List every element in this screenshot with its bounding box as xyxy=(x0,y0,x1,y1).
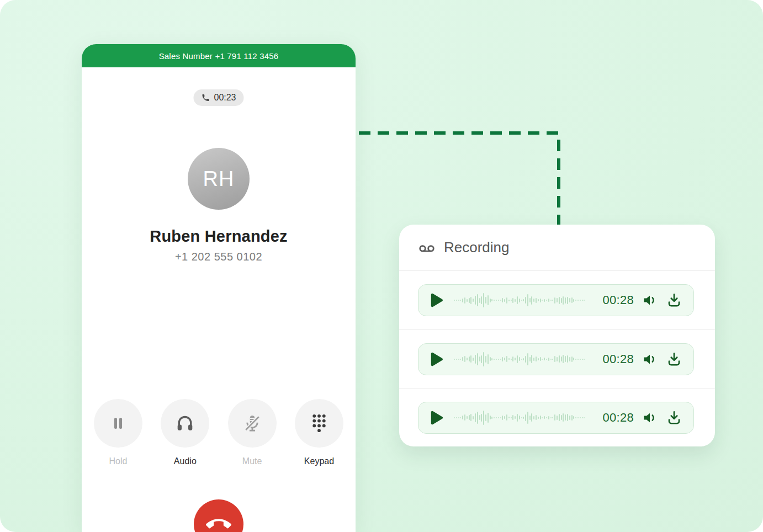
audio-button-circle[interactable] xyxy=(161,399,209,448)
contact-name: Ruben Hernandez xyxy=(82,227,356,246)
keypad-label: Keypad xyxy=(304,456,334,466)
recording-row: 00:28 xyxy=(399,329,715,388)
pause-icon xyxy=(109,414,128,433)
mute-button-circle[interactable] xyxy=(228,399,277,448)
phone-mockup: Sales Number +1 791 112 3456 00:23 RH Ru… xyxy=(82,44,356,532)
mute-label: Mute xyxy=(242,456,262,466)
hold-button-circle[interactable] xyxy=(94,399,142,448)
contact-number: +1 202 555 0102 xyxy=(82,251,356,263)
call-actions-row: Hold Audio xyxy=(82,399,356,466)
keypad-button-circle[interactable] xyxy=(295,399,343,448)
speaker-icon xyxy=(642,409,658,426)
hold-label: Hold xyxy=(109,456,128,466)
speaker-button[interactable] xyxy=(642,292,658,308)
play-button[interactable] xyxy=(426,349,446,369)
recording-duration: 00:28 xyxy=(602,411,634,425)
keypad-icon xyxy=(309,413,329,434)
play-button[interactable] xyxy=(426,290,446,310)
waveform[interactable] xyxy=(454,409,595,426)
mic-off-icon xyxy=(242,413,263,434)
audio-label: Audio xyxy=(174,456,197,466)
download-button[interactable] xyxy=(666,351,682,368)
avatar-initials: RH xyxy=(203,167,235,191)
download-icon xyxy=(666,351,682,368)
audio-player: 00:28 xyxy=(418,402,694,434)
download-button[interactable] xyxy=(666,409,682,426)
mute-button[interactable]: Mute xyxy=(228,399,277,466)
recording-panel-title: Recording xyxy=(444,239,510,256)
end-call-button[interactable] xyxy=(194,499,243,532)
recording-duration: 00:28 xyxy=(602,352,634,366)
page-background: Sales Number +1 791 112 3456 00:23 RH Ru… xyxy=(0,0,763,532)
waveform[interactable] xyxy=(454,292,595,308)
recording-duration: 00:28 xyxy=(602,293,634,307)
waveform[interactable] xyxy=(454,351,595,368)
speaker-icon xyxy=(642,292,658,308)
audio-player: 00:28 xyxy=(418,343,694,375)
speaker-button[interactable] xyxy=(642,351,658,368)
speaker-button[interactable] xyxy=(642,409,658,426)
hold-button[interactable]: Hold xyxy=(94,399,142,466)
play-icon xyxy=(427,291,446,310)
download-icon xyxy=(666,292,682,308)
phone-icon xyxy=(201,93,210,102)
play-button[interactable] xyxy=(426,408,446,428)
recording-panel-header: Recording xyxy=(399,225,715,271)
voicemail-icon xyxy=(418,239,436,257)
call-header-title: Sales Number +1 791 112 3456 xyxy=(159,51,279,61)
call-header-bar: Sales Number +1 791 112 3456 xyxy=(82,44,356,67)
recording-row: 00:28 xyxy=(399,271,715,329)
speaker-icon xyxy=(642,351,658,368)
call-end-icon xyxy=(206,512,231,532)
recording-row: 00:28 xyxy=(399,388,715,446)
download-button[interactable] xyxy=(666,292,682,308)
play-icon xyxy=(427,408,446,427)
call-timer-badge: 00:23 xyxy=(193,89,243,106)
download-icon xyxy=(666,409,682,426)
call-timer-value: 00:23 xyxy=(214,93,236,103)
play-icon xyxy=(427,350,446,369)
avatar: RH xyxy=(188,148,250,210)
audio-player: 00:28 xyxy=(418,284,694,316)
recording-panel: Recording 00:28 xyxy=(399,225,715,446)
keypad-button[interactable]: Keypad xyxy=(295,399,343,466)
audio-button[interactable]: Audio xyxy=(161,399,209,466)
headphones-icon xyxy=(174,413,195,434)
